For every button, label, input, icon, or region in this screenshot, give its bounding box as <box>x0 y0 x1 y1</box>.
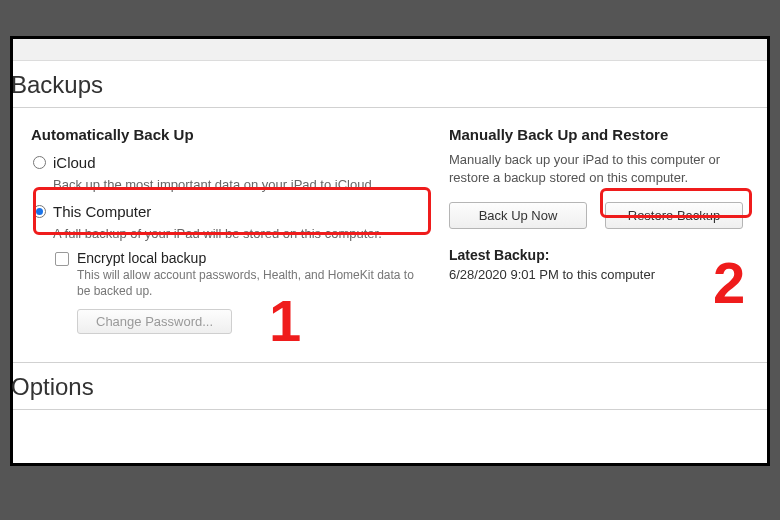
change-password-button[interactable]: Change Password... <box>77 309 232 334</box>
radio-icloud-desc: Back up the most important data on your … <box>53 176 439 194</box>
encrypt-checkbox-desc: This will allow account passwords, Healt… <box>77 268 417 299</box>
restore-backup-button[interactable]: Restore Backup <box>605 202 743 229</box>
latest-backup-value: 6/28/2020 9:01 PM to this computer <box>449 267 759 282</box>
backups-section-title: Backups <box>11 61 767 107</box>
radio-this-computer[interactable]: This Computer <box>31 200 439 223</box>
radio-icloud-input[interactable] <box>33 156 46 169</box>
radio-this-computer-desc: A full backup of your iPad will be store… <box>53 225 439 243</box>
radio-icloud-label: iCloud <box>53 154 96 171</box>
itunes-window: Backups Automatically Back Up iCloud Bac… <box>13 39 767 463</box>
auto-backup-heading: Automatically Back Up <box>31 126 439 143</box>
radio-this-computer-input[interactable] <box>33 205 46 218</box>
window-toolbar <box>13 39 767 61</box>
manual-buttons: Back Up Now Restore Backup <box>449 202 759 229</box>
options-section-title: Options <box>11 363 767 409</box>
manual-backup-column: Manually Back Up and Restore Manually ba… <box>449 126 759 334</box>
radio-this-computer-label: This Computer <box>53 203 151 220</box>
auto-backup-column: Automatically Back Up iCloud Back up the… <box>31 126 449 334</box>
latest-backup-label: Latest Backup: <box>449 247 759 263</box>
encrypt-checkbox-row[interactable]: Encrypt local backup <box>55 250 439 266</box>
radio-icloud[interactable]: iCloud <box>31 151 439 174</box>
backups-body: Automatically Back Up iCloud Back up the… <box>13 108 767 334</box>
screenshot-frame: Backups Automatically Back Up iCloud Bac… <box>10 36 770 466</box>
manual-heading: Manually Back Up and Restore <box>449 126 759 143</box>
manual-desc: Manually back up your iPad to this compu… <box>449 151 759 186</box>
divider <box>13 409 767 410</box>
encrypt-checkbox-label: Encrypt local backup <box>77 250 206 266</box>
encrypt-checkbox[interactable] <box>55 252 69 266</box>
options-block: Options <box>13 362 767 410</box>
backup-now-button[interactable]: Back Up Now <box>449 202 587 229</box>
